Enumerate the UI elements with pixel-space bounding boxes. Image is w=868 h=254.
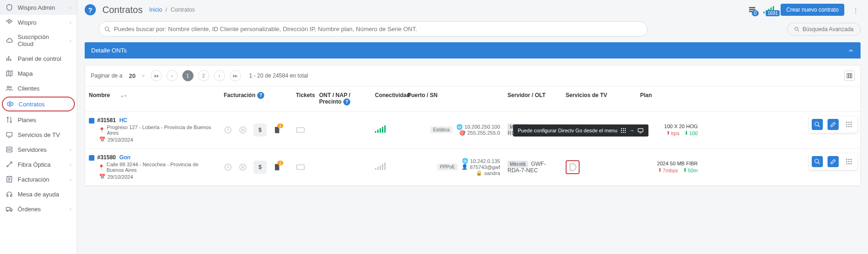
sidebar-item-label: Clientes xyxy=(18,85,71,92)
columns-toggle-button[interactable] xyxy=(844,71,855,81)
th-plan[interactable]: Plan xyxy=(636,90,701,107)
svg-point-40 xyxy=(623,130,624,131)
connections-badge: 1691 xyxy=(766,10,780,16)
new-contract-button[interactable]: Crear nuevo contrato xyxy=(781,4,844,16)
svg-point-30 xyxy=(846,124,848,125)
svg-point-54 xyxy=(848,161,850,163)
cog-icon xyxy=(6,19,13,26)
row-actions xyxy=(809,116,857,133)
search-wrapper xyxy=(99,21,648,37)
svg-rect-48 xyxy=(297,165,305,169)
sidebar-item-label: Fibra Óptica xyxy=(18,161,65,168)
calendar-icon: 📅 xyxy=(99,174,106,180)
pager-page-2[interactable]: 2 xyxy=(198,70,209,81)
headset-icon xyxy=(6,190,13,198)
svg-rect-25 xyxy=(297,128,305,132)
sidebar-item-wispro-admin[interactable]: Wispro Admin ‹ xyxy=(0,0,77,15)
svg-point-29 xyxy=(850,122,852,123)
panel-title: Detalle ONTs xyxy=(91,47,127,54)
connections-indicator[interactable]: 1691 xyxy=(763,6,774,13)
document-icon[interactable]: 1 xyxy=(273,163,280,172)
chevron-left-icon: ‹ xyxy=(70,5,71,10)
main-content: ? Contratos Inicio / Contratos 0 1691 Cr… xyxy=(77,0,868,254)
th-nombre[interactable]: Nombre ▲▼ xyxy=(85,90,220,107)
directv-icon[interactable] xyxy=(566,160,580,174)
th-ont[interactable]: ONT / NAP / Precinto? xyxy=(315,90,371,107)
pager-size-dropdown[interactable] xyxy=(140,73,146,78)
sidebar-item-wispro[interactable]: Wispro ‹ xyxy=(0,15,77,30)
billing-button[interactable]: $ xyxy=(254,124,267,137)
search-input[interactable] xyxy=(99,21,648,37)
fiber-icon xyxy=(6,161,13,168)
svg-point-10 xyxy=(7,166,8,167)
svg-point-56 xyxy=(846,163,848,164)
netmask: 255.255.255.0 xyxy=(467,130,500,136)
contract-name-link[interactable]: Gon xyxy=(119,154,130,161)
breadcrumb-home[interactable]: Inicio xyxy=(149,7,162,13)
sidebar-item-planes[interactable]: Planes xyxy=(0,112,77,127)
th-puerto[interactable]: Puerto / SN xyxy=(404,90,504,107)
sidebar-item-ordenes[interactable]: Órdenes ‹ xyxy=(0,202,77,216)
grid-menu-button[interactable] xyxy=(843,156,855,167)
svg-point-33 xyxy=(846,126,848,127)
svg-rect-21 xyxy=(849,73,850,78)
view-button[interactable] xyxy=(812,156,823,167)
pager-next-button[interactable]: › xyxy=(214,70,225,81)
pager-first-button[interactable]: ⏮ xyxy=(151,70,162,81)
sidebar-item-mapa[interactable]: Mapa xyxy=(0,66,77,81)
svg-point-51 xyxy=(848,159,850,160)
svg-point-52 xyxy=(850,159,852,160)
svg-point-32 xyxy=(850,124,852,125)
server-icon xyxy=(6,146,13,153)
sidebar-item-contratos[interactable]: Contratos xyxy=(2,97,75,111)
edit-button[interactable] xyxy=(828,156,839,167)
svg-rect-3 xyxy=(10,59,11,61)
globe-icon: 🌐 xyxy=(456,124,463,130)
edit-button[interactable] xyxy=(828,119,839,130)
search-row: Búsqueda Avanzada xyxy=(77,20,868,42)
sidebar-item-suscripcion[interactable]: Suscripción Cloud ‹ xyxy=(0,30,77,51)
pager-prev-button[interactable]: ‹ xyxy=(167,70,178,81)
connection-tag: Estática xyxy=(430,126,453,133)
svg-point-31 xyxy=(848,124,850,125)
calendar-icon: 📅 xyxy=(99,137,106,143)
pager: Paginar de a 20 ⏮ ‹ 1 2 › ⏭ 1 - 20 de 24… xyxy=(85,65,860,86)
ppp-user: 875743@gwf xyxy=(470,164,500,170)
contract-name-link[interactable]: HC xyxy=(119,117,127,124)
svg-point-38 xyxy=(625,128,626,129)
svg-point-53 xyxy=(846,161,848,163)
sidebar-item-servidores[interactable]: Servidores ‹ xyxy=(0,142,77,157)
sidebar-item-mesa[interactable]: Mesa de ayuda xyxy=(0,187,77,202)
svg-point-41 xyxy=(625,130,626,131)
svg-point-14 xyxy=(11,210,12,212)
document-icon[interactable]: 1 xyxy=(273,125,280,135)
globe-icon: 🌐 xyxy=(462,158,468,164)
billing-button[interactable]: $ xyxy=(254,161,267,174)
grid-menu-button[interactable] xyxy=(843,119,855,130)
th-tickets[interactable]: Tickets xyxy=(292,90,315,107)
help-icon[interactable]: ? xyxy=(85,4,96,15)
users-icon xyxy=(6,85,13,92)
queue-icon[interactable]: 0 xyxy=(748,5,757,14)
more-menu-icon[interactable]: ⋮ xyxy=(851,7,861,13)
chart-icon xyxy=(6,55,13,62)
svg-point-55 xyxy=(850,161,852,163)
cancel-icon xyxy=(239,126,247,134)
sidebar-item-clientes[interactable]: Clientes xyxy=(0,81,77,96)
th-facturacion[interactable]: Facturación? xyxy=(220,90,292,107)
th-conectividad[interactable]: Conectividad xyxy=(371,90,404,107)
th-tv[interactable]: Servicios de TV xyxy=(562,90,636,107)
pager-page-1[interactable]: 1 xyxy=(182,70,194,81)
panel-header[interactable]: Detalle ONTs xyxy=(85,42,861,59)
view-button[interactable] xyxy=(812,119,823,130)
th-servidor[interactable]: Servidor / OLT xyxy=(504,90,562,107)
sidebar-item-panel[interactable]: Panel de control xyxy=(0,51,77,66)
breadcrumb-current: Contratos xyxy=(171,7,195,13)
pager-last-button[interactable]: ⏭ xyxy=(230,70,241,81)
sidebar-item-label: Wispro Admin xyxy=(18,4,65,11)
sidebar-item-facturacion[interactable]: Facturación ‹ xyxy=(0,172,77,187)
sidebar-item-fibra[interactable]: Fibra Óptica ‹ xyxy=(0,157,77,172)
sidebar-item-tv[interactable]: Servicios de TV xyxy=(0,127,77,142)
advanced-search-button[interactable]: Búsqueda Avanzada xyxy=(787,23,861,36)
upload-speed: ⬆7mbps xyxy=(658,167,678,173)
